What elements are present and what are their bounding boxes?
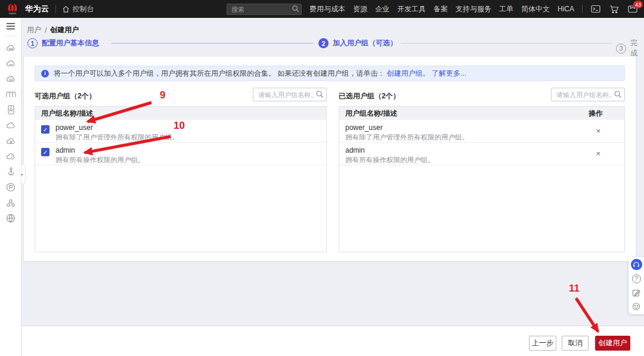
search-icon[interactable] [315,90,324,98]
join-user-group-panel: i 将一个用户可以加入多个用户组，用户拥有其所在用户组权限的合集。 如果还没有创… [24,57,636,261]
group-name: admin [55,147,145,154]
selected-groups-table: 用户组名称/描述 操作 power_user 拥有除了用户管理外所有权限的用户组… [339,106,625,252]
message-count-badge: 43 [633,1,643,8]
menu-enterprise[interactable]: 企业 [375,4,389,14]
cloud-gauge-icon[interactable] [0,148,21,164]
table-row-admin[interactable]: ✓ admin 拥有所有操作权限的用户组。 [35,143,326,165]
mobile-device-icon[interactable] [0,102,21,117]
available-table-header: 用户组名称/描述 [35,107,326,120]
anchor-icon[interactable] [0,164,21,179]
topbar-divider-2 [582,5,583,13]
info-icon: i [41,70,49,78]
available-groups-search [253,88,327,101]
support-headset-icon[interactable] [631,259,642,270]
column-name-desc: 用户组名称/描述 [345,109,397,119]
menu-hica[interactable]: HiCA [558,5,574,13]
menu-icp[interactable]: 备案 [434,4,448,14]
feedback-edit-icon[interactable] [631,287,642,298]
available-groups-title: 可选用户组（2个） [35,91,96,101]
create-user-button[interactable]: 创建用户 [595,336,630,351]
console-home-link[interactable]: 控制台 [62,4,94,14]
group-description: 拥有除了用户管理外所有权限的用户组。 [345,134,469,141]
topbar-search-input[interactable] [227,4,302,15]
menu-support[interactable]: 支持与服务 [456,4,491,14]
step-2-label: 加入用户组（可选） [333,38,397,48]
menu-devtools[interactable]: 开发工具 [397,4,426,14]
floating-help-toolbar: ? [628,257,644,314]
search-icon[interactable] [292,5,299,13]
selected-groups-search [551,88,625,101]
group-description: 拥有除了用户管理外所有权限的用户组。 [55,134,179,141]
console-label: 控制台 [73,4,94,14]
banner-text: 将一个用户可以加入多个用户组，用户拥有其所在用户组权限的合集。 如果还没有创建用… [54,69,385,78]
hamburger-menu-icon[interactable] [0,18,21,35]
messages-icon[interactable]: 43 [627,4,638,14]
smiley-face-icon[interactable] [631,301,642,311]
checkbox-admin-checked[interactable]: ✓ [41,148,49,156]
remove-icon[interactable]: × [596,127,600,135]
step-1-circle: 1 [27,38,38,48]
service-sidebar [0,18,21,356]
breadcrumb: 用户 / 创建用户 [27,25,79,35]
help-question-icon[interactable]: ? [631,274,642,284]
search-icon[interactable] [614,90,622,98]
brand-name[interactable]: 华为云 [25,4,49,14]
menu-language[interactable]: 简体中文 [521,4,550,14]
menu-billing[interactable]: 费用与成本 [309,4,345,14]
selected-row-admin: admin 拥有所有操作权限的用户组。 × [339,143,624,165]
cli-terminal-icon[interactable] [590,4,601,14]
huawei-logo-icon: HUAWEI [6,3,19,15]
wizard-footer: 上一步 取消 创建用户 [22,326,644,356]
breadcrumb-current: 创建用户 [50,25,79,35]
table-row-power-user[interactable]: ✓ power_user 拥有除了用户管理外所有权限的用户组。 [35,120,326,143]
cloud-icon[interactable] [0,117,21,133]
wizard-step-1: 1 配置用户基本信息 [27,38,99,48]
column-operation: 操作 [589,109,624,119]
home-icon [62,5,70,13]
checkbox-power-user-checked[interactable]: ✓ [41,125,49,134]
menu-resources[interactable]: 资源 [353,4,367,14]
huawei-cloud-console: HUAWEI 华为云 控制台 费用与成本 资源 企业 开发工具 备案 支持与服务… [0,0,644,356]
wizard-line-1 [111,43,314,44]
top-navigation-bar: HUAWEI 华为云 控制台 费用与成本 资源 企业 开发工具 备案 支持与服务… [0,0,644,18]
cart-icon[interactable] [609,4,620,14]
cloud-home-icon[interactable] [0,133,21,148]
parking-circle-icon[interactable] [0,179,21,195]
topbar-search [227,4,302,15]
remove-icon[interactable]: × [596,150,600,157]
wizard-step-3: 3 完成 [616,38,644,58]
cloud-dash-icon[interactable] [0,55,21,71]
step-3-label: 完成 [630,38,644,58]
cancel-button[interactable]: 取消 [562,336,589,351]
available-groups-table: 用户组名称/描述 ✓ power_user 拥有除了用户管理外所有权限的用户组。… [35,106,327,252]
wizard-line-2 [401,43,612,44]
wizard-step-2: 2 加入用户组（可选） [318,38,397,48]
cluster-nodes-icon[interactable] [0,195,21,210]
bridge-icon[interactable] [0,86,21,102]
breadcrumb-parent[interactable]: 用户 [27,25,41,35]
create-user-group-link[interactable]: 创建用户组。 [387,69,430,78]
info-banner: i 将一个用户可以加入多个用户组，用户拥有其所在用户组权限的合集。 如果还没有创… [35,66,625,81]
group-description: 拥有所有操作权限的用户组。 [55,156,145,163]
breadcrumb-separator: / [45,26,47,35]
step-2-circle: 2 [318,38,329,48]
cloud-server-icon[interactable] [0,71,21,86]
cloud-dots-icon[interactable] [0,40,21,55]
group-name: admin [345,147,435,154]
selected-table-header: 用户组名称/描述 操作 [339,107,624,120]
selected-row-power-user: power_user 拥有除了用户管理外所有权限的用户组。 × [339,120,624,143]
learn-more-link[interactable]: 了解更多... [432,69,466,78]
column-name-desc: 用户组名称/描述 [41,109,93,119]
group-name: power_user [55,124,179,132]
previous-step-button[interactable]: 上一步 [529,336,556,351]
globe-icon[interactable] [0,210,21,226]
annotation-label-11: 11 [569,283,580,295]
step-1-label: 配置用户基本信息 [42,38,99,48]
svg-text:HUAWEI: HUAWEI [9,13,16,15]
menu-tickets[interactable]: 工单 [499,4,513,14]
selected-groups-title: 已选用户组（2个） [339,91,400,101]
group-name: power_user [345,124,469,132]
topbar-divider [55,5,56,13]
group-description: 拥有所有操作权限的用户组。 [345,156,435,163]
sidebar-separator [4,36,17,36]
